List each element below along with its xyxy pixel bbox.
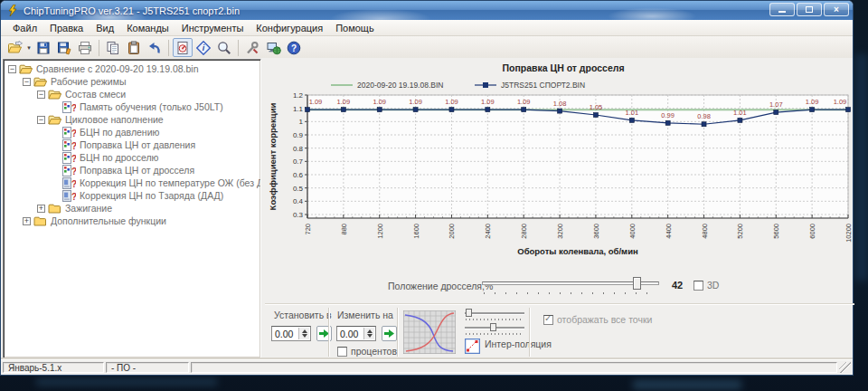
svg-text:1.2: 1.2 — [293, 91, 304, 100]
expand-icon[interactable]: + — [37, 205, 45, 213]
throttle-slider[interactable] — [482, 278, 659, 296]
set-to-spinner[interactable] — [298, 328, 309, 339]
tree-item[interactable]: −Рабочие режимы — [4, 75, 260, 88]
svg-text:1: 1 — [299, 118, 304, 126]
apply-change-button[interactable] — [382, 326, 397, 341]
change-by-input[interactable]: 0.00 — [336, 326, 376, 341]
apply-set-button[interactable] — [316, 326, 332, 341]
collapse-icon[interactable]: − — [8, 65, 16, 73]
open-file-button[interactable] — [5, 38, 24, 57]
svg-text:2800: 2800 — [520, 224, 528, 239]
menu-item[interactable]: Конфигурация — [250, 22, 329, 34]
tree-item[interactable]: −Сравнение с 2020-09-20 19.19.08.bin — [4, 62, 260, 75]
app-window: ChipTuningPRO ver.3.21 - J5TRS251 спорт2… — [0, 0, 854, 376]
tree-item-label: Коррекция ЦН по температуре ОЖ (без ДМРВ… — [80, 177, 261, 188]
threed-checkbox[interactable] — [693, 281, 703, 291]
tree-item[interactable]: +Зажигание — [4, 202, 260, 215]
paste-button[interactable] — [124, 38, 144, 57]
threed-label: 3D — [707, 280, 719, 291]
tree-item-label: Сравнение с 2020-09-20 19.19.08.bin — [36, 63, 199, 74]
undo-button[interactable] — [145, 38, 165, 57]
curves-preview[interactable] — [403, 310, 456, 358]
svg-text:5600: 5600 — [772, 224, 780, 239]
expand-icon[interactable]: + — [23, 217, 31, 225]
percent-label: процентов — [351, 346, 397, 357]
map-question-icon: ? — [62, 139, 76, 151]
interpolation-slider-2[interactable] — [465, 323, 524, 334]
window-title: ChipTuningPRO ver.3.21 - J5TRS251 спорт2… — [24, 5, 240, 16]
svg-text:1200: 1200 — [376, 224, 384, 239]
interpolation-icon[interactable] — [465, 339, 480, 358]
minimize-button[interactable] — [769, 3, 795, 16]
tree-item-label: Поправка ЦН от давления — [80, 139, 195, 150]
set-to-label: Установить в — [274, 310, 332, 320]
svg-text:1.1: 1.1 — [293, 105, 304, 113]
toolbar-separator — [168, 40, 169, 56]
save-as-button[interactable] — [54, 38, 74, 57]
svg-text:4800: 4800 — [701, 224, 709, 239]
svg-text:?: ? — [71, 192, 76, 202]
percent-checkbox[interactable] — [337, 347, 347, 357]
tree-item[interactable]: ?БЦН по давлению — [4, 126, 260, 138]
svg-text:1.08: 1.08 — [553, 100, 567, 108]
tree-item[interactable]: ?Коррекция ЦН по Тзаряда (ДАД) — [4, 189, 260, 202]
help-button[interactable]: ? — [284, 38, 304, 57]
menu-item[interactable]: Помощь — [329, 22, 381, 34]
chart-view-button[interactable] — [173, 38, 193, 57]
zoom-button[interactable] — [214, 38, 234, 57]
show-all-points-checkbox[interactable]: ✓ — [543, 315, 553, 325]
folder-open-icon — [48, 114, 61, 126]
slider-thumb[interactable] — [633, 277, 641, 290]
change-by-label: Изменить на — [337, 310, 393, 320]
copy-button[interactable] — [103, 38, 123, 57]
comparison-tree: −Сравнение с 2020-09-20 19.19.08.bin−Раб… — [3, 59, 261, 358]
throttle-value: 42 — [672, 280, 683, 291]
tree-item[interactable]: ?БЦН по дросселю — [4, 151, 260, 164]
svg-text:0.3: 0.3 — [293, 211, 304, 219]
change-by-spinner[interactable] — [363, 328, 374, 339]
menu-item[interactable]: Инструменты — [175, 22, 250, 34]
set-to-input[interactable]: 0.00 — [271, 326, 311, 341]
tree-item-label: Память обучения (только J50LT) — [80, 101, 223, 112]
svg-text:1.09: 1.09 — [806, 98, 819, 106]
resize-grip[interactable] — [839, 362, 851, 373]
svg-text:3600: 3600 — [592, 224, 600, 239]
toolbar: ▾ i — [1, 36, 853, 60]
tree-item[interactable]: ?Память обучения (только J50LT) — [4, 100, 260, 113]
tree-item[interactable]: −Цикловое наполнение — [4, 113, 260, 126]
tree-item[interactable]: ?Коррекция ЦН по температуре ОЖ (без ДМР… — [4, 176, 260, 189]
status-panel-empty — [191, 362, 837, 373]
menu-item[interactable]: Вид — [90, 22, 120, 34]
menu-item[interactable]: Правка — [43, 22, 90, 34]
svg-text:0.8: 0.8 — [293, 145, 304, 153]
close-button[interactable]: × — [824, 3, 849, 16]
menu-item[interactable]: Файл — [6, 22, 43, 34]
collapse-icon[interactable]: − — [37, 116, 45, 124]
svg-text:10200: 10200 — [844, 224, 853, 243]
tree-item-label: БЦН по дросселю — [80, 152, 158, 163]
maximize-button[interactable] — [797, 3, 822, 16]
svg-text:0.4: 0.4 — [293, 197, 304, 205]
svg-text:1.01: 1.01 — [733, 109, 747, 117]
info-button[interactable]: i — [193, 38, 213, 57]
open-file-dropdown-icon[interactable]: ▾ — [25, 44, 33, 52]
interpolation-slider-1[interactable] — [465, 309, 524, 319]
network-button[interactable] — [263, 38, 283, 57]
collapse-icon[interactable]: − — [23, 78, 31, 86]
tree-item-label: Поправка ЦН от дросселя — [80, 165, 194, 176]
tree-item[interactable]: −Состав смеси — [4, 88, 260, 100]
print-button[interactable] — [75, 38, 95, 57]
svg-text:4000: 4000 — [628, 224, 637, 239]
map-question-icon: ? — [62, 101, 76, 113]
menu-item[interactable]: Команды — [120, 22, 175, 34]
tree-item[interactable]: ?Поправка ЦН от дросселя — [4, 164, 260, 176]
tree-item[interactable]: ?Поправка ЦН от давления — [4, 138, 260, 151]
svg-text:?: ? — [71, 154, 76, 164]
title-bar[interactable]: ChipTuningPRO ver.3.21 - J5TRS251 спорт2… — [1, 1, 853, 20]
save-button[interactable] — [33, 38, 53, 57]
chart: 1.21.110.90.80.70.60.50.40.3720880120016… — [265, 59, 854, 276]
tree-item[interactable]: +Дополнительные функции — [4, 215, 260, 227]
svg-text:Обороты коленвала, об/мин: Обороты коленвала, об/мин — [517, 246, 638, 256]
collapse-icon[interactable]: − — [37, 91, 45, 99]
settings-button[interactable] — [242, 38, 262, 57]
